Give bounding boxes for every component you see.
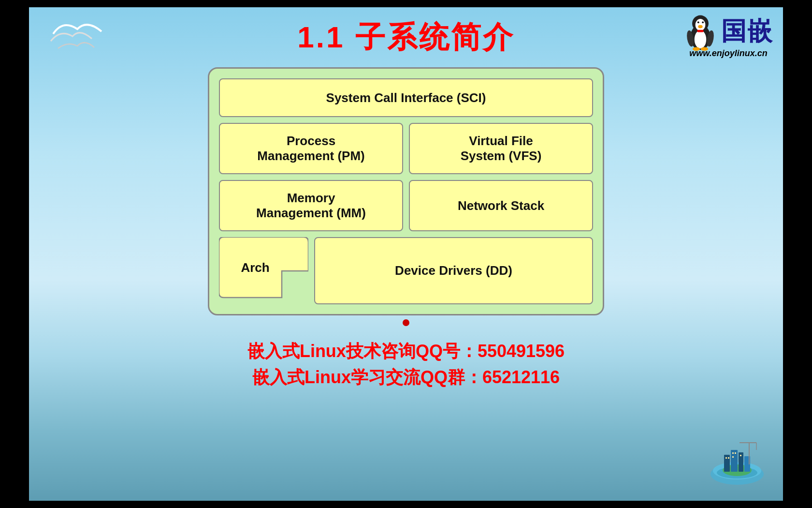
pm-box: Process Management (PM) — [219, 123, 403, 174]
svg-rect-24 — [728, 457, 729, 459]
top-bar — [0, 0, 812, 7]
logo-brand-text: 国嵌 — [721, 15, 773, 48]
arch-dd-row: Arch Device Drivers (DD) — [219, 237, 593, 304]
svg-rect-20 — [731, 450, 738, 472]
pm-vfs-row: Process Management (PM) Virtual File Sys… — [219, 123, 593, 174]
svg-point-8 — [698, 25, 702, 29]
sci-box: System Call Interface (SCI) — [219, 78, 593, 117]
mm-box: Memory Management (MM) — [219, 180, 403, 231]
content-area: 1.1 子系统简介 — [0, 7, 812, 501]
bottom-text-line-2: 嵌入式Linux学习交流QQ群：65212116 — [247, 364, 565, 390]
svg-rect-26 — [735, 452, 736, 454]
svg-rect-27 — [732, 456, 734, 458]
bottom-text-line-1: 嵌入式Linux技术咨询QQ号：550491596 — [247, 338, 565, 364]
svg-rect-23 — [725, 457, 727, 459]
svg-rect-25 — [732, 452, 734, 454]
svg-point-7 — [702, 21, 704, 23]
mm-ns-row: Memory Management (MM) Network Stack — [219, 180, 593, 231]
dd-box: Device Drivers (DD) — [314, 237, 593, 304]
logo-url: www.enjoylinux.cn — [689, 48, 767, 59]
ns-box: Network Stack — [409, 180, 593, 231]
bottom-texts: 嵌入式Linux技术咨询QQ号：550491596 嵌入式Linux学习交流QQ… — [247, 338, 565, 390]
svg-point-1 — [695, 30, 706, 49]
bird-icon-1 — [48, 15, 106, 63]
kernel-diagram: System Call Interface (SCI) Process Mana… — [208, 67, 604, 315]
logo-area: 国嵌 www.enjoylinux.cn — [683, 12, 773, 59]
penguin-icon — [683, 12, 717, 51]
city-globe-icon — [706, 428, 768, 486]
sci-row: System Call Interface (SCI) — [219, 78, 593, 117]
svg-point-3 — [696, 19, 706, 30]
svg-point-6 — [697, 21, 699, 23]
main-container: 1.1 子系统简介 — [0, 0, 812, 508]
arch-container: Arch — [219, 237, 308, 304]
svg-rect-28 — [740, 455, 741, 456]
logo-penguin: 国嵌 — [683, 12, 773, 51]
svg-rect-13 — [697, 30, 703, 32]
svg-text:Arch: Arch — [241, 260, 269, 275]
progress-indicator — [403, 319, 409, 326]
vfs-box: Virtual File System (VFS) — [409, 123, 593, 174]
bottom-bar — [0, 501, 812, 508]
arch-shape-svg: Arch — [219, 237, 308, 302]
page-title: 1.1 子系统简介 — [297, 17, 514, 58]
